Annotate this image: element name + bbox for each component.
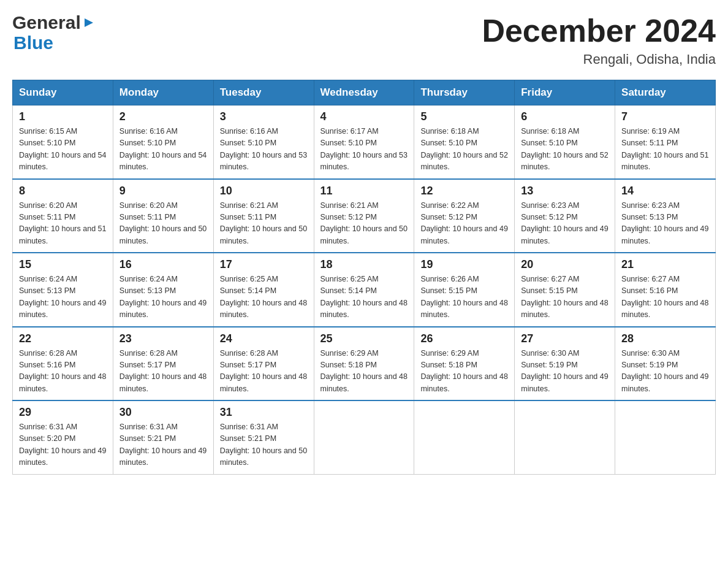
calendar-cell: 16Sunrise: 6:24 AMSunset: 5:13 PMDayligh… — [113, 253, 213, 327]
day-number: 18 — [320, 258, 408, 271]
weekday-header-row: SundayMondayTuesdayWednesdayThursdayFrid… — [13, 80, 716, 105]
calendar-cell: 14Sunrise: 6:23 AMSunset: 5:13 PMDayligh… — [615, 179, 716, 253]
day-info: Sunrise: 6:15 AMSunset: 5:10 PMDaylight:… — [19, 126, 107, 174]
day-info: Sunrise: 6:23 AMSunset: 5:13 PMDaylight:… — [621, 200, 709, 248]
calendar-table: SundayMondayTuesdayWednesdayThursdayFrid… — [12, 80, 716, 475]
day-info: Sunrise: 6:30 AMSunset: 5:19 PMDaylight:… — [621, 348, 709, 396]
day-info: Sunrise: 6:28 AMSunset: 5:16 PMDaylight:… — [19, 348, 107, 396]
day-info: Sunrise: 6:26 AMSunset: 5:15 PMDaylight:… — [420, 274, 508, 321]
weekday-header-tuesday: Tuesday — [213, 80, 314, 105]
calendar-cell: 27Sunrise: 6:30 AMSunset: 5:19 PMDayligh… — [515, 327, 615, 401]
weekday-header-saturday: Saturday — [615, 80, 716, 105]
week-row-5: 29Sunrise: 6:31 AMSunset: 5:20 PMDayligh… — [13, 400, 716, 474]
day-number: 21 — [621, 258, 709, 271]
calendar-cell: 4Sunrise: 6:17 AMSunset: 5:10 PMDaylight… — [314, 105, 414, 179]
calendar-cell: 20Sunrise: 6:27 AMSunset: 5:15 PMDayligh… — [515, 253, 615, 327]
day-number: 12 — [420, 185, 508, 197]
day-info: Sunrise: 6:28 AMSunset: 5:17 PMDaylight:… — [119, 348, 207, 396]
title-block: December 2024 Rengali, Odisha, India — [482, 12, 716, 67]
day-number: 31 — [220, 406, 308, 419]
day-info: Sunrise: 6:25 AMSunset: 5:14 PMDaylight:… — [320, 274, 408, 321]
calendar-cell: 30Sunrise: 6:31 AMSunset: 5:21 PMDayligh… — [113, 400, 213, 474]
logo: General Blue — [12, 12, 96, 53]
calendar-cell: 10Sunrise: 6:21 AMSunset: 5:11 PMDayligh… — [213, 179, 314, 253]
calendar-cell — [414, 400, 515, 474]
day-info: Sunrise: 6:29 AMSunset: 5:18 PMDaylight:… — [320, 348, 408, 396]
month-title: December 2024 — [482, 12, 716, 49]
day-number: 16 — [119, 258, 207, 271]
day-number: 25 — [320, 332, 408, 345]
calendar-cell: 22Sunrise: 6:28 AMSunset: 5:16 PMDayligh… — [13, 327, 113, 401]
calendar-cell: 28Sunrise: 6:30 AMSunset: 5:19 PMDayligh… — [615, 327, 716, 401]
day-number: 26 — [420, 332, 508, 345]
week-row-2: 8Sunrise: 6:20 AMSunset: 5:11 PMDaylight… — [13, 179, 716, 253]
calendar-cell: 11Sunrise: 6:21 AMSunset: 5:12 PMDayligh… — [314, 179, 414, 253]
day-number: 27 — [521, 332, 609, 345]
day-info: Sunrise: 6:17 AMSunset: 5:10 PMDaylight:… — [320, 126, 408, 174]
day-number: 4 — [320, 110, 408, 123]
day-number: 7 — [621, 110, 709, 123]
calendar-cell: 12Sunrise: 6:22 AMSunset: 5:12 PMDayligh… — [414, 179, 515, 253]
day-info: Sunrise: 6:29 AMSunset: 5:18 PMDaylight:… — [420, 348, 508, 396]
day-info: Sunrise: 6:16 AMSunset: 5:10 PMDaylight:… — [220, 126, 308, 174]
day-number: 6 — [521, 110, 609, 123]
day-number: 15 — [19, 258, 107, 271]
week-row-3: 15Sunrise: 6:24 AMSunset: 5:13 PMDayligh… — [13, 253, 716, 327]
day-info: Sunrise: 6:31 AMSunset: 5:21 PMDaylight:… — [119, 421, 207, 469]
calendar-cell: 23Sunrise: 6:28 AMSunset: 5:17 PMDayligh… — [113, 327, 213, 401]
day-number: 3 — [220, 110, 308, 123]
week-row-1: 1Sunrise: 6:15 AMSunset: 5:10 PMDaylight… — [13, 105, 716, 179]
weekday-header-friday: Friday — [515, 80, 615, 105]
weekday-header-wednesday: Wednesday — [314, 80, 414, 105]
calendar-cell: 7Sunrise: 6:19 AMSunset: 5:11 PMDaylight… — [615, 105, 716, 179]
calendar-cell: 25Sunrise: 6:29 AMSunset: 5:18 PMDayligh… — [314, 327, 414, 401]
day-info: Sunrise: 6:19 AMSunset: 5:11 PMDaylight:… — [621, 126, 709, 174]
day-info: Sunrise: 6:25 AMSunset: 5:14 PMDaylight:… — [220, 274, 308, 321]
day-info: Sunrise: 6:18 AMSunset: 5:10 PMDaylight:… — [420, 126, 508, 174]
day-number: 9 — [119, 185, 207, 197]
calendar-cell: 21Sunrise: 6:27 AMSunset: 5:16 PMDayligh… — [615, 253, 716, 327]
calendar-cell: 8Sunrise: 6:20 AMSunset: 5:11 PMDaylight… — [13, 179, 113, 253]
weekday-header-thursday: Thursday — [414, 80, 515, 105]
calendar-cell: 24Sunrise: 6:28 AMSunset: 5:17 PMDayligh… — [213, 327, 314, 401]
day-info: Sunrise: 6:30 AMSunset: 5:19 PMDaylight:… — [521, 348, 609, 396]
day-info: Sunrise: 6:27 AMSunset: 5:15 PMDaylight:… — [521, 274, 609, 321]
calendar-cell: 9Sunrise: 6:20 AMSunset: 5:11 PMDaylight… — [113, 179, 213, 253]
svg-marker-0 — [85, 18, 93, 27]
day-info: Sunrise: 6:24 AMSunset: 5:13 PMDaylight:… — [19, 274, 107, 321]
day-number: 13 — [521, 185, 609, 197]
calendar-cell: 15Sunrise: 6:24 AMSunset: 5:13 PMDayligh… — [13, 253, 113, 327]
page-header: General Blue December 2024 Rengali, Odis… — [12, 12, 716, 67]
day-info: Sunrise: 6:24 AMSunset: 5:13 PMDaylight:… — [119, 274, 207, 321]
calendar-cell: 6Sunrise: 6:18 AMSunset: 5:10 PMDaylight… — [515, 105, 615, 179]
day-number: 17 — [220, 258, 308, 271]
day-number: 8 — [19, 185, 107, 197]
day-number: 14 — [621, 185, 709, 197]
day-number: 2 — [119, 110, 207, 123]
logo-triangle-icon — [82, 16, 96, 29]
calendar-cell: 31Sunrise: 6:31 AMSunset: 5:21 PMDayligh… — [213, 400, 314, 474]
day-number: 22 — [19, 332, 107, 345]
calendar-cell — [314, 400, 414, 474]
logo-blue: Blue — [13, 33, 53, 53]
day-number: 24 — [220, 332, 308, 345]
day-info: Sunrise: 6:21 AMSunset: 5:12 PMDaylight:… — [320, 200, 408, 248]
calendar-cell: 18Sunrise: 6:25 AMSunset: 5:14 PMDayligh… — [314, 253, 414, 327]
day-info: Sunrise: 6:31 AMSunset: 5:20 PMDaylight:… — [19, 421, 107, 469]
calendar-cell: 26Sunrise: 6:29 AMSunset: 5:18 PMDayligh… — [414, 327, 515, 401]
day-number: 5 — [420, 110, 508, 123]
day-info: Sunrise: 6:28 AMSunset: 5:17 PMDaylight:… — [220, 348, 308, 396]
day-info: Sunrise: 6:31 AMSunset: 5:21 PMDaylight:… — [220, 421, 308, 469]
calendar-cell: 5Sunrise: 6:18 AMSunset: 5:10 PMDaylight… — [414, 105, 515, 179]
calendar-cell: 1Sunrise: 6:15 AMSunset: 5:10 PMDaylight… — [13, 105, 113, 179]
day-info: Sunrise: 6:20 AMSunset: 5:11 PMDaylight:… — [19, 200, 107, 248]
day-info: Sunrise: 6:27 AMSunset: 5:16 PMDaylight:… — [621, 274, 709, 321]
day-info: Sunrise: 6:22 AMSunset: 5:12 PMDaylight:… — [420, 200, 508, 248]
calendar-cell — [515, 400, 615, 474]
day-number: 19 — [420, 258, 508, 271]
calendar-cell: 13Sunrise: 6:23 AMSunset: 5:12 PMDayligh… — [515, 179, 615, 253]
calendar-cell: 29Sunrise: 6:31 AMSunset: 5:20 PMDayligh… — [13, 400, 113, 474]
day-number: 29 — [19, 406, 107, 419]
day-number: 28 — [621, 332, 709, 345]
day-info: Sunrise: 6:23 AMSunset: 5:12 PMDaylight:… — [521, 200, 609, 248]
